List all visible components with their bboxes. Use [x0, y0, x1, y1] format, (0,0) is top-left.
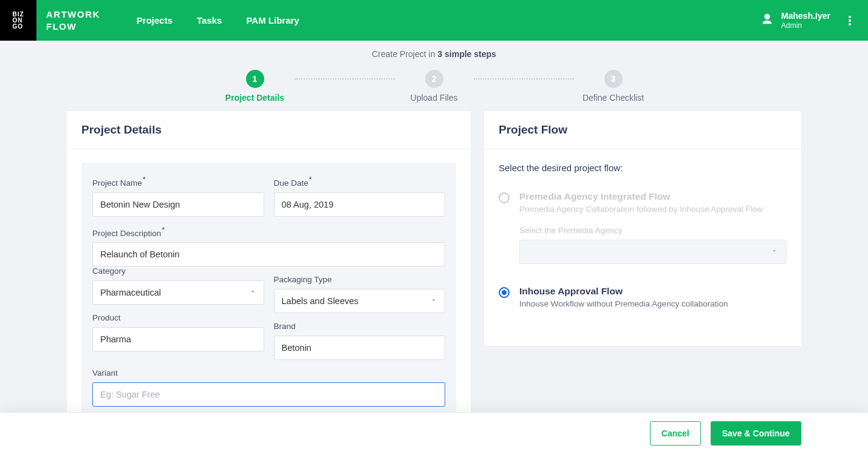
stepper-title: Create Project in 3 simple steps	[0, 49, 868, 59]
flow-option-title: Premedia Agency Integrated Flow	[519, 191, 787, 202]
nav-pam-library[interactable]: PAM Library	[246, 15, 299, 25]
description-input[interactable]	[92, 242, 445, 266]
user-role: Admin	[781, 21, 830, 31]
user-icon	[760, 13, 774, 28]
flow-option-title: Inhouse Approval Flow	[519, 286, 787, 297]
step-project-details[interactable]: 1 Project Details	[216, 70, 295, 103]
step-connector	[474, 78, 574, 80]
nav-projects[interactable]: Projects	[137, 15, 173, 25]
step-number: 1	[246, 70, 264, 88]
step-number: 3	[604, 70, 623, 88]
brand-label: Brand	[274, 322, 446, 331]
packaging-type-select[interactable]	[274, 289, 446, 313]
top-nav: Projects Tasks PAM Library	[137, 15, 299, 25]
project-name-input[interactable]	[92, 192, 264, 217]
flow-prompt: Select the desired project flow:	[499, 163, 787, 173]
brand-input[interactable]	[274, 336, 446, 360]
due-date-input[interactable]	[274, 192, 446, 217]
variant-input[interactable]	[92, 382, 445, 407]
due-date-label: Due Date	[274, 175, 446, 188]
main-content: Project Details Project Name Due Date Pr…	[0, 111, 868, 454]
cancel-button[interactable]: Cancel	[650, 421, 701, 446]
brand-logo: BIZONGO	[0, 0, 36, 41]
project-details-card: Project Details Project Name Due Date Pr…	[67, 111, 471, 438]
app-title: ARTWORK FLOW	[46, 8, 100, 32]
flow-option-inhouse[interactable]: Inhouse Approval Flow Inhouse Workflow w…	[499, 286, 787, 308]
radio-icon[interactable]	[499, 287, 510, 298]
category-label: Category	[92, 266, 264, 276]
user-name: Mahesh.Iyer	[781, 10, 830, 21]
category-select[interactable]	[92, 280, 264, 305]
description-label: Project Description	[92, 225, 445, 238]
premedia-agency-select	[519, 240, 787, 264]
step-define-checklist[interactable]: 3 Define Checklist	[574, 70, 653, 103]
project-flow-card: Project Flow Select the desired project …	[484, 111, 801, 346]
step-number: 2	[425, 70, 443, 88]
packaging-type-label: Packaging Type	[274, 275, 446, 284]
more-menu-icon[interactable]	[838, 8, 862, 33]
variant-label: Variant	[92, 368, 445, 378]
chevron-down-icon	[770, 247, 779, 257]
product-label: Product	[92, 313, 264, 322]
premedia-agency-label: Select the Premedia Agency	[519, 226, 787, 235]
stepper: 1 Project Details 2 Upload Files 3 Defin…	[0, 70, 868, 103]
step-connector	[295, 78, 395, 80]
user-info: Mahesh.Iyer Admin	[781, 10, 830, 31]
flow-option-desc: Inhouse Workflow without Premedia Agency…	[519, 299, 787, 308]
flow-option-desc: Premedia Agency Collaboration followed b…	[519, 205, 787, 214]
step-upload-files[interactable]: 2 Upload Files	[395, 70, 474, 103]
step-label: Project Details	[225, 93, 284, 103]
footer-bar: Cancel Save & Continue	[0, 412, 868, 454]
app-header: BIZONGO ARTWORK FLOW Projects Tasks PAM …	[0, 0, 868, 41]
step-label: Define Checklist	[583, 93, 644, 103]
product-input[interactable]	[92, 327, 264, 351]
details-form: Project Name Due Date Project Descriptio…	[81, 163, 456, 422]
step-label: Upload Files	[411, 93, 458, 103]
project-name-label: Project Name	[92, 175, 264, 188]
card-title: Project Flow	[484, 111, 801, 149]
nav-tasks[interactable]: Tasks	[197, 15, 222, 25]
user-menu[interactable]: Mahesh.Iyer Admin	[760, 8, 868, 33]
card-title: Project Details	[67, 111, 471, 149]
radio-icon[interactable]	[499, 192, 510, 203]
save-continue-button[interactable]: Save & Continue	[711, 421, 801, 446]
stepper-section: Create Project in 3 simple steps 1 Proje…	[0, 41, 868, 111]
flow-option-premedia[interactable]: Premedia Agency Integrated Flow Premedia…	[499, 191, 787, 264]
